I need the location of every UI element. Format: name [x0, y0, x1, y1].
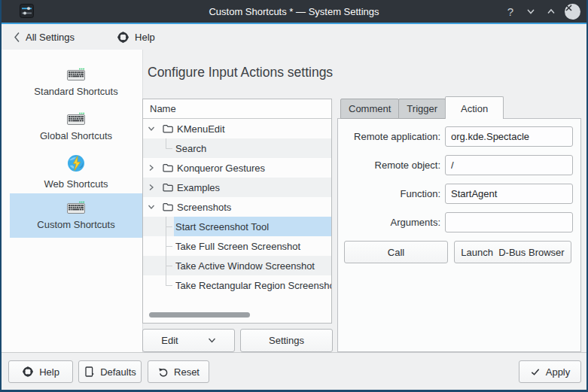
settings-button-label: Settings — [269, 335, 304, 346]
tree-row-label: Screenshots — [177, 202, 231, 213]
sidebar-item-label: Standard Shortcuts — [34, 86, 117, 97]
folder-icon — [162, 201, 174, 213]
toolbar-help-button[interactable]: Help — [112, 24, 160, 50]
help-button[interactable]: Help — [8, 360, 73, 383]
tree-rows: KMenuEdit Search — [143, 119, 331, 295]
reset-button-label: Reset — [174, 366, 200, 378]
tree-row[interactable]: KMenuEdit — [143, 119, 331, 138]
toolbar-help-label: Help — [135, 32, 155, 43]
tab-label: Trigger — [407, 103, 437, 114]
tree-branch-line — [143, 256, 174, 275]
minimize-button[interactable] — [524, 6, 538, 17]
tree-row[interactable]: Examples — [143, 178, 331, 197]
tree-branch-line — [143, 217, 174, 236]
actions-tree: Name KMenuEdit — [142, 99, 332, 324]
settings-button[interactable]: Settings — [240, 329, 333, 352]
form-field-input[interactable] — [445, 155, 573, 175]
defaults-icon — [84, 366, 95, 378]
tree-row[interactable]: Take Full Screen Screenshot — [143, 236, 331, 256]
expander-icon[interactable] — [147, 202, 159, 211]
tree-row[interactable]: Screenshots — [143, 197, 331, 217]
all-settings-button[interactable]: All Settings — [9, 24, 79, 50]
form-field-input[interactable] — [445, 126, 573, 147]
keyboard-icon — [67, 201, 85, 214]
form-field-label: Remote object: — [344, 160, 440, 171]
defaults-button-label: Defaults — [100, 366, 136, 378]
page-title: Configure Input Actions settings — [148, 65, 333, 81]
tree-branch-line — [143, 275, 174, 295]
call-button[interactable]: Call — [344, 241, 448, 263]
apply-button[interactable]: Apply — [519, 360, 581, 383]
folder-icon — [162, 162, 174, 174]
form-field-input[interactable] — [445, 184, 573, 204]
tree-row-label: Take Rectangular Region Screenshot — [175, 280, 332, 291]
tab-bar: Comment Trigger Action — [340, 96, 503, 119]
tab-label: Action — [461, 103, 488, 114]
form-field-label: Remote application: — [344, 131, 440, 142]
sidebar-item[interactable]: Web Shortcuts — [10, 149, 142, 193]
launch-dbus-browser-label: Launch D-Bus Browser — [461, 247, 564, 258]
window-title: Custom Shortcuts * — System Settings — [2, 6, 586, 17]
system-settings-window: Custom Shortcuts * — System Settings ? A… — [0, 0, 588, 392]
form-row: Remote object: — [344, 155, 580, 175]
tree-row[interactable]: Search — [143, 138, 331, 158]
help-button-label: Help — [39, 366, 59, 378]
tree-row-label: Start Screenshot Tool — [175, 221, 269, 232]
tree-row-label: KMenuEdit — [177, 123, 225, 135]
tree-row[interactable]: Take Rectangular Region Screenshot — [143, 275, 331, 295]
tree-branch-line — [143, 236, 174, 256]
sidebar-item[interactable]: Standard Shortcuts — [10, 60, 142, 105]
tree-row[interactable]: Konqueror Gestures — [143, 158, 331, 178]
form-field-label: Arguments: — [344, 217, 440, 228]
footer: Help Defaults Reset A — [2, 352, 586, 390]
chevron-down-icon — [208, 338, 216, 343]
launch-dbus-browser-button[interactable]: Launch D-Bus Browser — [454, 241, 571, 263]
all-settings-label: All Settings — [26, 32, 75, 43]
tree-row[interactable]: Take Active Window Screenshot — [143, 256, 331, 275]
expander-icon[interactable] — [147, 163, 159, 172]
maximize-button[interactable] — [544, 6, 558, 17]
apply-button-label: Apply — [546, 366, 571, 378]
titlebar[interactable]: Custom Shortcuts * — System Settings ? — [2, 0, 586, 23]
tab[interactable]: Action — [445, 96, 504, 119]
close-button[interactable] — [565, 4, 580, 20]
form-field-input[interactable] — [445, 212, 573, 232]
tab[interactable]: Trigger — [398, 99, 446, 119]
action-form: Remote application: Remote object: Funct… — [338, 126, 580, 232]
expander-icon[interactable] — [147, 124, 159, 133]
tree-row-label: Examples — [177, 182, 220, 193]
keyboard-icon — [67, 112, 85, 125]
action-tab-panel: Remote application: Remote object: Funct… — [337, 118, 581, 352]
tab-label: Comment — [349, 103, 391, 114]
folder-icon — [162, 181, 174, 193]
defaults-button[interactable]: Defaults — [78, 360, 142, 383]
tree-row[interactable]: Start Screenshot Tool — [143, 217, 331, 236]
titlebar-help-button[interactable]: ? — [504, 5, 517, 18]
sidebar-item[interactable]: Custom Shortcuts — [10, 193, 142, 238]
horizontal-scrollbar[interactable] — [149, 312, 250, 318]
folder-icon — [162, 123, 174, 135]
globe-icon — [66, 153, 86, 173]
keyboard-icon — [67, 68, 85, 81]
tree-row-label: Take Active Window Screenshot — [175, 260, 315, 272]
help-buoy-icon — [117, 31, 129, 44]
help-buoy-icon — [22, 366, 34, 378]
edit-button[interactable]: Edit — [142, 329, 235, 352]
form-row: Remote application: — [344, 126, 580, 147]
tab[interactable]: Comment — [340, 99, 399, 119]
reset-undo-icon — [157, 366, 169, 378]
call-button-label: Call — [388, 247, 404, 258]
sidebar-item-label: Web Shortcuts — [44, 178, 108, 190]
sidebar-item-label: Global Shortcuts — [40, 130, 112, 141]
tree-column-header[interactable]: Name — [143, 99, 331, 119]
reset-button[interactable]: Reset — [148, 360, 209, 383]
tree-branch-line — [143, 138, 174, 158]
toolbar: All Settings Help — [2, 24, 586, 50]
form-row: Arguments: — [344, 212, 580, 232]
sidebar-item[interactable]: Global Shortcuts — [10, 105, 142, 149]
sidebar: Standard Shortcuts — [2, 50, 143, 352]
back-chevron-icon — [14, 32, 20, 43]
sidebar-item-label: Custom Shortcuts — [37, 219, 114, 230]
tree-row-label: Konqueror Gestures — [177, 163, 265, 174]
expander-icon[interactable] — [147, 183, 159, 192]
